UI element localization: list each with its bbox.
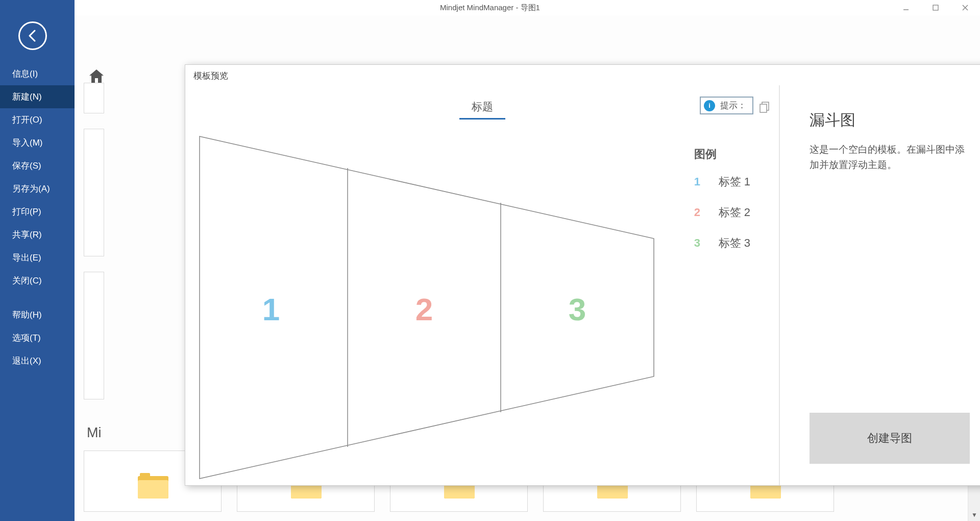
funnel-section-3: 3 xyxy=(569,292,586,327)
legend-label: 标签 2 xyxy=(719,205,750,220)
dialog-title: 模板预览 xyxy=(193,70,228,82)
legend-row: 1标签 1 xyxy=(694,174,750,190)
legend-row: 3标签 3 xyxy=(694,235,750,251)
legend-label: 标签 1 xyxy=(719,174,750,190)
sidebar-item-4[interactable]: 保存(S) xyxy=(0,154,75,177)
restore-button[interactable] xyxy=(921,0,950,15)
copy-icon[interactable] xyxy=(760,102,770,115)
template-description: 这是一个空白的模板。在漏斗图中添加并放置浮动主题。 xyxy=(810,142,970,173)
legend-title: 图例 xyxy=(694,147,750,162)
funnel-diagram: 1 2 3 xyxy=(194,131,659,484)
row-label: Mi xyxy=(87,425,102,441)
info-icon: i xyxy=(704,100,715,111)
preview-title: 标题 xyxy=(459,100,505,120)
preview-pane: 标题 i 提示： 图例 1标签 12标签 23标签 3 1 2 3 xyxy=(185,85,780,485)
sidebar-item-9[interactable]: 关闭(C) xyxy=(0,269,75,292)
legend-row: 2标签 2 xyxy=(694,205,750,220)
template-name: 漏斗图 xyxy=(810,110,970,131)
legend: 图例 1标签 12标签 23标签 3 xyxy=(694,147,750,266)
template-card[interactable] xyxy=(84,83,104,113)
scroll-down-icon[interactable]: ▼ xyxy=(968,509,980,521)
funnel-section-2: 2 xyxy=(415,292,433,327)
sidebar-item-6[interactable]: 打印(P) xyxy=(0,200,75,223)
sidebar-item-3[interactable]: 导入(M) xyxy=(0,131,75,154)
info-pane: 漏斗图 这是一个空白的模板。在漏斗图中添加并放置浮动主题。 创建导图 xyxy=(781,85,980,485)
svg-rect-7 xyxy=(760,104,767,112)
legend-number: 3 xyxy=(694,236,704,250)
sidebar-item2-0[interactable]: 帮助(H) xyxy=(0,303,75,326)
legend-number: 2 xyxy=(694,206,704,219)
backstage-area: 添加模板(T)... Mi ▲ ▼ 模板预览 标题 i 提示 xyxy=(75,15,980,521)
sidebar-item-0[interactable]: 信息(I) xyxy=(0,62,75,85)
template-card[interactable] xyxy=(84,129,104,256)
template-card[interactable] xyxy=(84,272,104,399)
minimize-button[interactable] xyxy=(891,0,921,15)
sidebar-item-7[interactable]: 共享(R) xyxy=(0,223,75,246)
window-controls xyxy=(891,0,980,15)
legend-label: 标签 3 xyxy=(719,235,750,251)
hint-label: 提示： xyxy=(720,100,746,111)
svg-rect-1 xyxy=(933,5,938,10)
hint-box[interactable]: i 提示： xyxy=(700,97,753,114)
legend-number: 1 xyxy=(694,175,704,188)
sidebar-item-5[interactable]: 另存为(A) xyxy=(0,177,75,200)
funnel-section-1: 1 xyxy=(262,292,280,327)
back-button[interactable] xyxy=(18,21,47,50)
sidebar-item-1[interactable]: 新建(N) xyxy=(0,85,75,108)
create-map-label: 创建导图 xyxy=(867,431,912,446)
file-menu-sidebar: 信息(I)新建(N)打开(O)导入(M)保存(S)另存为(A)打印(P)共享(R… xyxy=(0,0,75,521)
create-map-button[interactable]: 创建导图 xyxy=(810,413,970,464)
sidebar-item2-2[interactable]: 退出(X) xyxy=(0,349,75,372)
sidebar-item-8[interactable]: 导出(E) xyxy=(0,246,75,269)
folder-icon xyxy=(138,476,168,499)
titlebar: Mindjet MindManager - 导图1 xyxy=(0,0,980,15)
template-preview-dialog: 模板预览 标题 i 提示： 图例 1标签 12标签 23标签 3 xyxy=(185,64,980,486)
sidebar-item-2[interactable]: 打开(O) xyxy=(0,108,75,131)
close-button[interactable] xyxy=(950,0,980,15)
sidebar-item2-1[interactable]: 选项(T) xyxy=(0,326,75,349)
window-title: Mindjet MindManager - 导图1 xyxy=(440,3,540,13)
